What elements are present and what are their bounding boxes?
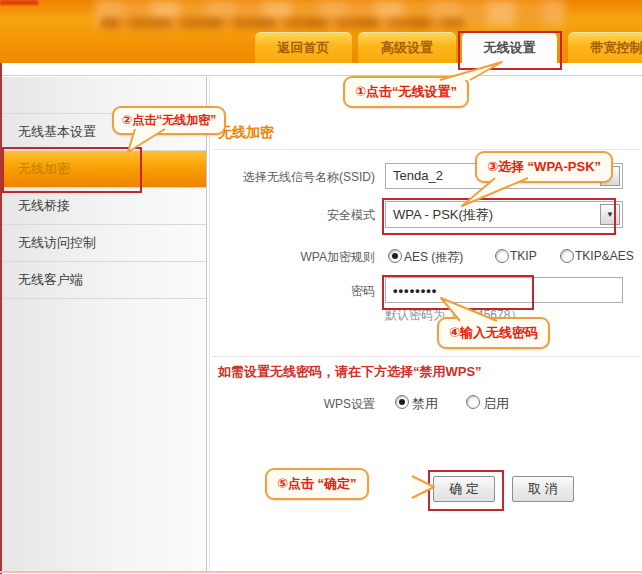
sidebar-item-wireless-security[interactable]: 无线加密 (2, 151, 206, 188)
cancel-button[interactable]: 取 消 (512, 476, 574, 502)
sidebar-item-wireless-bridge[interactable]: 无线桥接 (2, 188, 206, 225)
wps-note: 如需设置无线密码，请在下方选择“禁用WPS” (218, 363, 482, 381)
callout-step2: ②点击“无线加密” (112, 106, 226, 135)
callout-step5: ⑤点击 “确定” (265, 468, 369, 500)
page-left-border (0, 63, 2, 574)
radio-aes[interactable] (388, 249, 402, 263)
sidebar-item-wireless-clients[interactable]: 无线客户端 (2, 262, 206, 299)
blurred-logo-text (100, 17, 465, 29)
tab-home[interactable]: 返回首页 (255, 32, 352, 63)
callout-step1: ①点击“无线设置” (343, 76, 469, 108)
radio-tkip-label: TKIP (510, 249, 537, 263)
radio-wps-enable-label: 启用 (483, 395, 509, 413)
wps-settings-label: WPS设置 (207, 396, 375, 413)
password-label: 密码 (207, 283, 375, 300)
section-divider (212, 356, 640, 357)
wpa-rule-label: WPA加密规则 (207, 249, 375, 266)
ssid-value: Tenda_2 (393, 168, 443, 183)
tab-wireless-settings[interactable]: 无线设置 (462, 32, 557, 65)
security-mode-value: WPA - PSK(推荐) (393, 207, 493, 222)
radio-aes-label: AES (推荐) (404, 249, 463, 266)
ok-button[interactable]: 确 定 (433, 476, 495, 502)
password-input[interactable] (385, 277, 623, 303)
content-divider-line (209, 77, 210, 571)
page-bottom-border (0, 571, 642, 573)
sidebar-item-wireless-access-control[interactable]: 无线访问控制 (2, 225, 206, 262)
ssid-label: 选择无线信号名称(SSID) (207, 169, 375, 186)
page-title: 无线加密 (218, 124, 274, 142)
sidebar: 无线基本设置 无线加密 无线桥接 无线访问控制 无线客户端 (2, 77, 207, 571)
tab-advanced-settings[interactable]: 高级设置 (358, 32, 456, 63)
title-underline (212, 149, 640, 150)
security-mode-label: 安全模式 (207, 207, 375, 224)
radio-tkip-aes-label: TKIP&AES (575, 249, 634, 263)
header-red-mark (0, 0, 38, 5)
radio-tkip[interactable] (495, 249, 509, 263)
security-mode-select[interactable]: WPA - PSK(推荐) ▼ (385, 201, 623, 228)
callout-step3: ③选择 “WPA-PSK” (475, 151, 613, 183)
radio-wps-disable-label: 禁用 (412, 395, 438, 413)
radio-wps-disable[interactable] (395, 395, 409, 409)
radio-tkip-aes[interactable] (560, 249, 574, 263)
callout-step4: ④输入无线密码 (437, 317, 550, 349)
header-divider (0, 75, 642, 76)
tab-bandwidth-control[interactable]: 带宽控制 (568, 32, 642, 63)
chevron-down-icon[interactable]: ▼ (600, 204, 620, 225)
radio-wps-enable[interactable] (466, 395, 480, 409)
